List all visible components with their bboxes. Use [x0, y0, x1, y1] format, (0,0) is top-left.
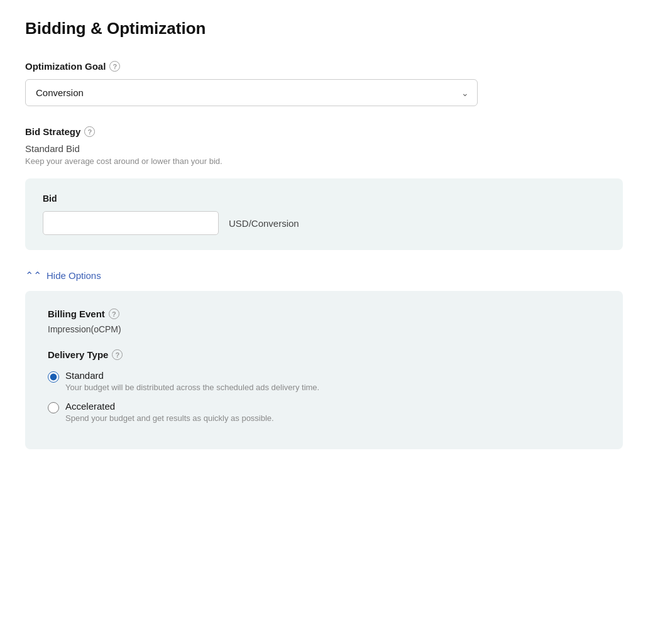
billing-event-help-icon[interactable]: ?: [109, 308, 119, 319]
bid-box-label: Bid: [43, 194, 605, 204]
bid-unit: USD/Conversion: [229, 218, 299, 229]
billing-event-label: Billing Event ?: [48, 308, 600, 319]
bid-strategy-label: Bid Strategy ?: [25, 126, 623, 137]
delivery-type-accelerated-option: Accelerated Spend your budget and get re…: [48, 401, 600, 423]
delivery-type-accelerated-radio[interactable]: [48, 402, 59, 413]
delivery-type-standard-option: Standard Your budget will be distributed…: [48, 370, 600, 392]
bid-input[interactable]: [43, 211, 219, 235]
bid-box: Bid USD/Conversion: [25, 178, 623, 250]
options-panel: Billing Event ? Impression(oCPM) Deliver…: [25, 291, 623, 449]
optimization-goal-help-icon[interactable]: ?: [109, 61, 120, 72]
delivery-type-help-icon[interactable]: ?: [112, 349, 123, 360]
delivery-type-standard-desc: Your budget will be distributed across t…: [65, 383, 319, 392]
bid-input-row: USD/Conversion: [43, 211, 605, 235]
chevron-up-icon: ⌃⌃: [25, 271, 41, 281]
billing-event-value: Impression(oCPM): [48, 324, 600, 334]
page-title: Bidding & Optimization: [25, 19, 623, 38]
delivery-type-standard-label: Standard: [65, 370, 319, 381]
delivery-type-accelerated-desc: Spend your budget and get results as qui…: [65, 413, 274, 423]
optimization-goal-section: Optimization Goal ? ConversionClickReach…: [25, 61, 623, 106]
bid-strategy-help-icon[interactable]: ?: [84, 126, 95, 137]
delivery-type-label: Delivery Type ?: [48, 349, 600, 360]
optimization-goal-label: Optimization Goal ?: [25, 61, 623, 72]
bid-strategy-section: Bid Strategy ? Standard Bid Keep your av…: [25, 126, 623, 250]
delivery-type-standard-radio[interactable]: [48, 371, 59, 383]
standard-bid-title: Standard Bid: [25, 143, 623, 154]
delivery-type-accelerated-content: Accelerated Spend your budget and get re…: [65, 401, 274, 423]
optimization-goal-select-wrapper: ConversionClickReachVideo Views ⌄: [25, 79, 478, 106]
hide-options-button[interactable]: ⌃⌃ Hide Options: [25, 270, 623, 281]
delivery-type-accelerated-label: Accelerated: [65, 401, 274, 412]
delivery-type-standard-content: Standard Your budget will be distributed…: [65, 370, 319, 392]
hide-options-label: Hide Options: [47, 270, 101, 281]
optimization-goal-select[interactable]: ConversionClickReachVideo Views: [25, 79, 478, 106]
standard-bid-desc: Keep your average cost around or lower t…: [25, 156, 623, 166]
